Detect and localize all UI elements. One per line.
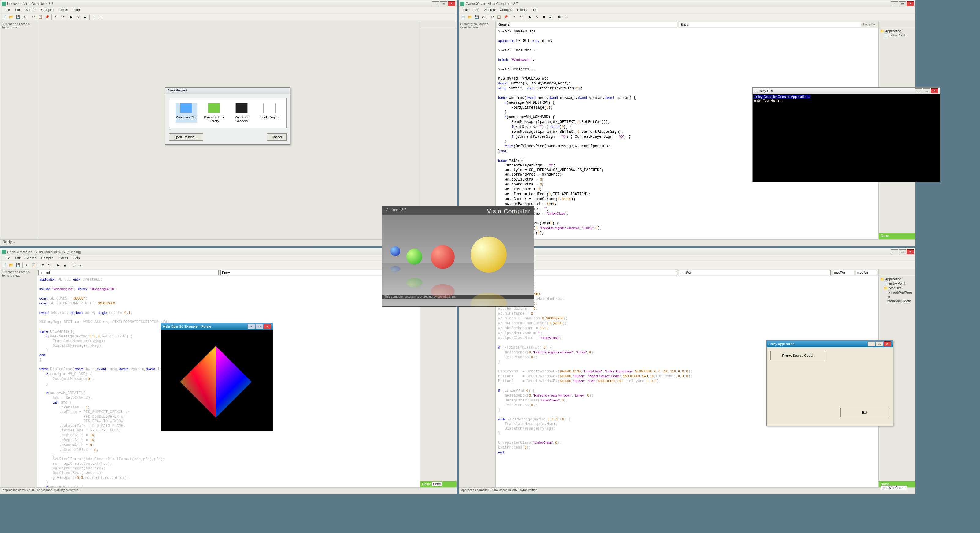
open-existing-button[interactable]: Open Existing ...: [169, 133, 203, 141]
copy-icon[interactable]: 📋: [37, 14, 43, 20]
menu-compile[interactable]: Compile: [39, 7, 56, 13]
undo-icon[interactable]: ↶: [40, 262, 46, 268]
stop-icon[interactable]: ■: [62, 262, 68, 268]
minimize-button[interactable]: −: [891, 249, 898, 254]
minimize-button[interactable]: −: [868, 342, 875, 346]
list-icon[interactable]: ≡: [563, 14, 569, 20]
titlebar[interactable]: Unsaved - Visia Compiler 4.8.7 − ▭ ✕: [0, 0, 457, 7]
titlebar[interactable]: GameXO.vla - Visia Compiler 4.8.7 − ▭ ✕: [459, 0, 915, 7]
close-button[interactable]: ✕: [264, 324, 271, 329]
open-icon[interactable]: 📂: [467, 14, 473, 20]
console-titlebar[interactable]: ▪ Linley CUI − ▭ ✕: [752, 88, 940, 94]
maximize-button[interactable]: ▭: [256, 324, 263, 329]
menu-compile[interactable]: Compile: [39, 255, 56, 261]
maximize-button[interactable]: ▭: [923, 88, 930, 93]
saveall-icon[interactable]: 🗂: [22, 14, 28, 20]
maximize-button[interactable]: ▭: [899, 1, 906, 6]
redo-icon[interactable]: ↷: [46, 262, 52, 268]
project-tree[interactable]: 📁 Application 📄 Entry Point 📁 Modules ⚙ …: [879, 276, 915, 305]
tab[interactable]: modWn: [833, 270, 854, 275]
minimize-button[interactable]: −: [891, 1, 898, 6]
save-icon[interactable]: 💾: [15, 14, 21, 20]
menu-help[interactable]: Help: [70, 7, 82, 13]
tab[interactable]: modWn: [856, 270, 877, 275]
paste-icon[interactable]: 📌: [503, 14, 509, 20]
saveall-icon[interactable]: 🗂: [480, 14, 487, 20]
new-icon[interactable]: 📄: [2, 14, 8, 20]
close-button[interactable]: ✕: [907, 249, 914, 254]
menu-edit[interactable]: Edit: [13, 255, 23, 261]
menu-file[interactable]: File: [461, 7, 471, 13]
linley-titlebar[interactable]: Linley Application − ▭ ✕: [767, 340, 893, 347]
entry-combo[interactable]: Entry: [679, 22, 861, 27]
menu-extras[interactable]: Extras: [515, 7, 529, 13]
section-combo[interactable]: opengl: [38, 270, 219, 275]
menu-edit[interactable]: Edit: [13, 7, 23, 13]
run-icon[interactable]: ▶: [55, 262, 61, 268]
cut-icon[interactable]: ✂: [24, 262, 30, 268]
stop-icon[interactable]: ■: [547, 14, 554, 20]
exit-button[interactable]: Exit: [840, 408, 889, 417]
list-icon[interactable]: ≡: [77, 262, 83, 268]
project-tree[interactable]: 📁 Application 📄 Entry Point: [879, 28, 915, 39]
stop-icon[interactable]: ■: [82, 14, 88, 20]
dialog-title[interactable]: New Project: [165, 88, 290, 94]
entry-combo[interactable]: modWn: [679, 270, 831, 275]
menu-file[interactable]: File: [2, 255, 13, 261]
redo-icon[interactable]: ↷: [518, 14, 524, 20]
menu-file[interactable]: File: [2, 7, 13, 13]
menu-help[interactable]: Help: [70, 255, 82, 261]
menu-search[interactable]: Search: [23, 7, 39, 13]
proj-option-gui[interactable]: Windows GUI: [175, 103, 197, 123]
run-icon[interactable]: ▷: [75, 14, 81, 20]
minimize-button[interactable]: −: [915, 88, 922, 93]
run-icon[interactable]: ▷: [534, 14, 540, 20]
paste-icon[interactable]: 📌: [44, 14, 50, 20]
open-icon[interactable]: 📂: [8, 262, 14, 268]
maximize-button[interactable]: ▭: [440, 1, 447, 6]
cut-icon[interactable]: ✂: [30, 14, 37, 20]
section-combo[interactable]: General: [497, 22, 677, 27]
minimize-button[interactable]: −: [248, 324, 255, 329]
menu-edit[interactable]: Edit: [471, 7, 482, 13]
proj-option-blank[interactable]: Blank Project: [259, 103, 280, 123]
undo-icon[interactable]: ↶: [512, 14, 518, 20]
save-icon[interactable]: 💾: [474, 14, 480, 20]
menu-search[interactable]: Search: [23, 255, 39, 261]
close-button[interactable]: ✕: [448, 1, 455, 6]
cancel-button[interactable]: Cancel: [267, 133, 286, 141]
opengl-titlebar[interactable]: Visia OpenGL Example » Rotate − ▭ ✕: [161, 323, 273, 330]
menu-help[interactable]: Help: [529, 7, 541, 13]
redo-icon[interactable]: ↷: [60, 14, 66, 20]
menu-search[interactable]: Search: [482, 7, 498, 13]
close-button[interactable]: ✕: [931, 88, 938, 93]
maximize-button[interactable]: ▭: [899, 249, 906, 254]
close-button[interactable]: ✕: [884, 342, 891, 346]
minimize-button[interactable]: −: [432, 1, 439, 6]
compile-icon[interactable]: ▶: [527, 14, 533, 20]
menu-extras[interactable]: Extras: [56, 255, 70, 261]
new-icon[interactable]: 📄: [2, 262, 8, 268]
grid-icon[interactable]: ⊞: [91, 14, 97, 20]
linley-title-text: Linley Application: [768, 342, 868, 346]
list-icon[interactable]: ≡: [97, 14, 103, 20]
proj-option-console[interactable]: Windows Console: [231, 103, 253, 123]
menu-compile[interactable]: Compile: [498, 7, 515, 13]
copy-icon[interactable]: 📋: [30, 262, 37, 268]
proj-option-dll[interactable]: Dynamic Link Library: [203, 103, 225, 123]
grid-icon[interactable]: ⊞: [71, 262, 77, 268]
compile-icon[interactable]: ▶: [68, 14, 75, 20]
grid-icon[interactable]: ⊞: [556, 14, 562, 20]
new-icon[interactable]: 📄: [460, 14, 466, 20]
cut-icon[interactable]: ✂: [489, 14, 495, 20]
undo-icon[interactable]: ↶: [53, 14, 59, 20]
save-icon[interactable]: 💾: [15, 262, 21, 268]
menu-extras[interactable]: Extras: [56, 7, 70, 13]
open-icon[interactable]: 📂: [8, 14, 14, 20]
maximize-button[interactable]: ▭: [876, 342, 883, 346]
close-button[interactable]: ✕: [907, 1, 914, 6]
console-output[interactable]: Linley Compiler Console Application .. E…: [752, 94, 940, 182]
copy-icon[interactable]: 📋: [496, 14, 502, 20]
planet-source-button[interactable]: Planet Source Code!: [770, 351, 825, 360]
pause-icon[interactable]: ⏸: [541, 14, 547, 20]
